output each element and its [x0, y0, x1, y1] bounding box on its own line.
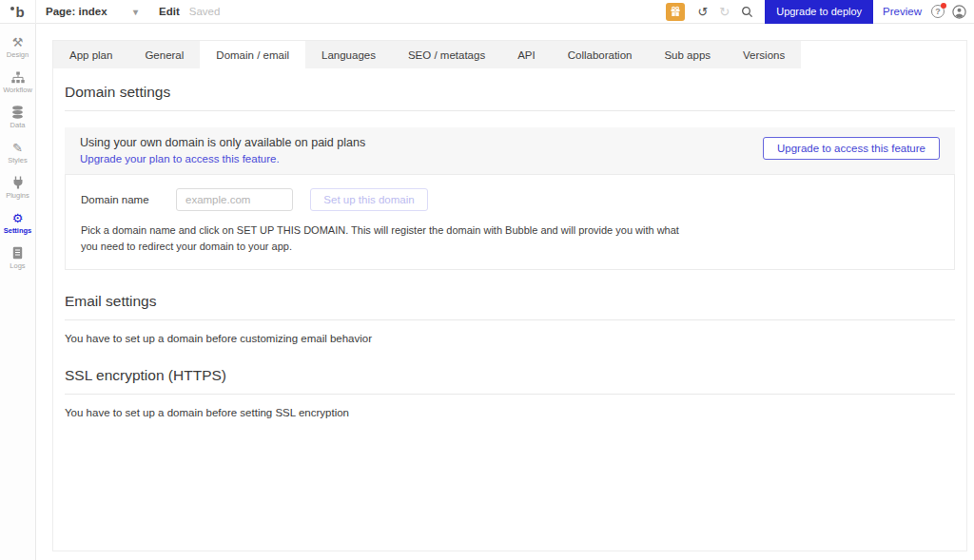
tab-sub-apps[interactable]: Sub apps [648, 41, 727, 68]
domain-email-content: Domain settings Using your own domain is… [53, 84, 966, 418]
settings-panel: App plan General Domain / email Language… [52, 40, 967, 551]
tab-api[interactable]: API [501, 41, 552, 68]
redo-icon: ↻ [719, 6, 730, 18]
chevron-down-icon: ▾ [133, 7, 138, 17]
search-icon[interactable] [741, 6, 753, 18]
design-tools-icon: ⚒ [12, 35, 24, 48]
divider [65, 110, 955, 111]
gift-icon[interactable] [666, 3, 685, 21]
help-icon[interactable]: ? [931, 5, 945, 18]
undo-icon[interactable]: ↺ [697, 6, 708, 18]
sidebar-item-styles[interactable]: ✎ Styles [0, 135, 35, 170]
domain-settings-title: Domain settings [65, 84, 955, 101]
ssl-encryption-message: You have to set up a domain before setti… [65, 407, 955, 418]
tab-app-plan[interactable]: App plan [53, 41, 128, 68]
bubble-logo-dot [10, 7, 14, 10]
divider [65, 319, 955, 320]
bubble-logo-letter: b [15, 4, 24, 20]
preview-link[interactable]: Preview [883, 6, 922, 17]
tab-collaboration[interactable]: Collaboration [552, 41, 649, 68]
user-account-icon[interactable] [952, 5, 966, 19]
edit-mode-label[interactable]: Edit [159, 6, 180, 17]
notification-dot [941, 3, 946, 9]
gear-icon: ⚙ [12, 211, 24, 224]
logs-icon [12, 246, 23, 260]
paintbrush-icon: ✎ [12, 141, 23, 154]
domain-setup-description: Pick a domain name and click on SET UP T… [81, 222, 682, 255]
email-settings-title: Email settings [65, 293, 955, 310]
topbar-actions: ↺ ↻ Upgrade to deploy Preview ? [666, 0, 974, 23]
domain-name-label: Domain name [81, 194, 176, 205]
upgrade-access-feature-button[interactable]: Upgrade to access this feature [763, 137, 940, 160]
sidebar-item-settings[interactable]: ⚙ Settings [0, 205, 35, 241]
sidebar-item-design[interactable]: ⚒ Design [0, 29, 35, 65]
tab-domain-email[interactable]: Domain / email [200, 41, 305, 68]
ssl-encryption-title: SSL encryption (HTTPS) [65, 367, 955, 384]
upgrade-to-deploy-button[interactable]: Upgrade to deploy [765, 0, 873, 24]
email-settings-message: You have to set up a domain before custo… [65, 333, 955, 344]
sidebar-item-workflow[interactable]: Workflow [0, 65, 35, 100]
page-selector-label: Page: index [46, 6, 107, 17]
paid-plan-notice: Using your own domain is only available … [65, 127, 955, 174]
plug-icon [12, 176, 24, 189]
left-sidebar: ⚒ Design Workflow Data [0, 24, 36, 560]
setup-domain-button: Set up this domain [310, 188, 428, 211]
domain-name-row: Domain name Set up this domain [81, 188, 939, 211]
page-selector-dropdown[interactable]: Page: index ▾ [36, 6, 146, 17]
sidebar-item-logs[interactable]: Logs [0, 241, 35, 276]
sidebar-item-data[interactable]: Data [0, 100, 35, 135]
tab-versions[interactable]: Versions [727, 41, 801, 68]
divider [65, 394, 955, 395]
database-icon [11, 106, 24, 119]
topbar: b Page: index ▾ Edit Saved ↺ ↻ Upgrade t… [0, 0, 974, 24]
sidebar-item-plugins[interactable]: Plugins [0, 170, 35, 205]
tab-languages[interactable]: Languages [305, 41, 392, 68]
workflow-icon [11, 70, 25, 84]
bubble-logo[interactable]: b [0, 0, 36, 24]
domain-setup-box: Domain name Set up this domain Pick a do… [65, 174, 955, 270]
saved-status: Saved [189, 6, 221, 17]
settings-tabbar: App plan General Domain / email Language… [53, 41, 966, 68]
tab-seo-metatags[interactable]: SEO / metatags [392, 41, 501, 68]
domain-name-input[interactable] [176, 188, 293, 211]
tab-general[interactable]: General [128, 41, 200, 68]
